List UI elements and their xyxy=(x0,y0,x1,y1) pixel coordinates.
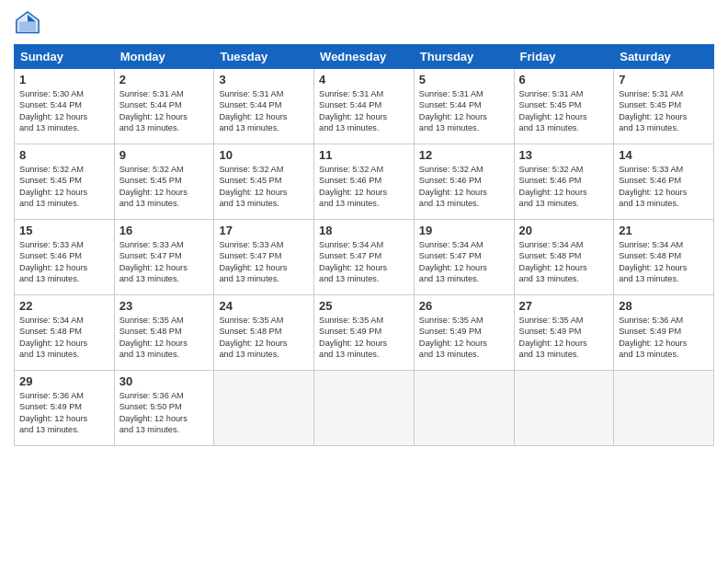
cell-text: Sunrise: 5:30 AMSunset: 5:44 PMDaylight:… xyxy=(19,88,109,134)
cell-text: Sunrise: 5:35 AMSunset: 5:48 PMDaylight:… xyxy=(219,315,309,361)
day-number: 2 xyxy=(119,73,210,86)
calendar-table: Sunday Monday Tuesday Wednesday Thursday… xyxy=(14,44,714,446)
table-row: 8Sunrise: 5:32 AMSunset: 5:45 PMDaylight… xyxy=(15,144,714,220)
table-cell xyxy=(514,371,614,446)
table-cell: 21Sunrise: 5:34 AMSunset: 5:48 PMDayligh… xyxy=(614,220,714,295)
cell-text: Sunrise: 5:35 AMSunset: 5:49 PMDaylight:… xyxy=(419,315,509,361)
day-number: 25 xyxy=(319,299,409,313)
table-cell: 30Sunrise: 5:36 AMSunset: 5:50 PMDayligh… xyxy=(114,371,214,446)
table-cell: 5Sunrise: 5:31 AMSunset: 5:44 PMDaylight… xyxy=(414,69,514,144)
table-cell: 18Sunrise: 5:34 AMSunset: 5:47 PMDayligh… xyxy=(314,220,415,295)
day-number: 9 xyxy=(119,148,210,162)
day-number: 4 xyxy=(319,73,409,86)
day-number: 5 xyxy=(419,73,509,86)
table-cell: 23Sunrise: 5:35 AMSunset: 5:48 PMDayligh… xyxy=(114,295,214,371)
day-number: 30 xyxy=(119,374,210,388)
table-cell: 29Sunrise: 5:36 AMSunset: 5:49 PMDayligh… xyxy=(15,371,115,446)
logo xyxy=(14,9,45,37)
cell-text: Sunrise: 5:35 AMSunset: 5:49 PMDaylight:… xyxy=(519,315,609,361)
cell-text: Sunrise: 5:36 AMSunset: 5:50 PMDaylight:… xyxy=(119,390,210,436)
table-cell: 14Sunrise: 5:33 AMSunset: 5:46 PMDayligh… xyxy=(614,144,714,220)
col-friday: Friday xyxy=(514,45,614,69)
cell-text: Sunrise: 5:32 AMSunset: 5:45 PMDaylight:… xyxy=(119,164,210,210)
cell-text: Sunrise: 5:33 AMSunset: 5:47 PMDaylight:… xyxy=(219,239,309,285)
day-number: 16 xyxy=(119,224,210,237)
col-thursday: Thursday xyxy=(414,45,514,69)
day-number: 21 xyxy=(619,224,709,237)
day-number: 8 xyxy=(19,148,109,162)
day-number: 7 xyxy=(619,73,709,86)
cell-text: Sunrise: 5:31 AMSunset: 5:45 PMDaylight:… xyxy=(519,88,609,134)
table-cell: 19Sunrise: 5:34 AMSunset: 5:47 PMDayligh… xyxy=(414,220,514,295)
table-cell: 2Sunrise: 5:31 AMSunset: 5:44 PMDaylight… xyxy=(114,69,214,144)
col-wednesday: Wednesday xyxy=(314,45,415,69)
table-cell xyxy=(614,371,714,446)
table-cell: 10Sunrise: 5:32 AMSunset: 5:45 PMDayligh… xyxy=(214,144,314,220)
cell-text: Sunrise: 5:34 AMSunset: 5:48 PMDaylight:… xyxy=(519,239,609,285)
cell-text: Sunrise: 5:34 AMSunset: 5:48 PMDaylight:… xyxy=(619,239,709,285)
cell-text: Sunrise: 5:31 AMSunset: 5:44 PMDaylight:… xyxy=(319,88,409,134)
svg-rect-3 xyxy=(19,22,36,32)
col-sunday: Sunday xyxy=(15,45,115,69)
header xyxy=(14,9,714,37)
cell-text: Sunrise: 5:32 AMSunset: 5:45 PMDaylight:… xyxy=(19,164,109,210)
day-number: 23 xyxy=(119,299,210,313)
table-cell: 26Sunrise: 5:35 AMSunset: 5:49 PMDayligh… xyxy=(414,295,514,371)
table-cell: 4Sunrise: 5:31 AMSunset: 5:44 PMDaylight… xyxy=(314,69,415,144)
table-cell: 1Sunrise: 5:30 AMSunset: 5:44 PMDaylight… xyxy=(15,69,115,144)
table-cell: 7Sunrise: 5:31 AMSunset: 5:45 PMDaylight… xyxy=(614,69,714,144)
cell-text: Sunrise: 5:31 AMSunset: 5:44 PMDaylight:… xyxy=(119,88,210,134)
cell-text: Sunrise: 5:36 AMSunset: 5:49 PMDaylight:… xyxy=(19,390,109,436)
cell-text: Sunrise: 5:33 AMSunset: 5:46 PMDaylight:… xyxy=(619,164,709,210)
cell-text: Sunrise: 5:31 AMSunset: 5:44 PMDaylight:… xyxy=(219,88,309,134)
table-cell: 25Sunrise: 5:35 AMSunset: 5:49 PMDayligh… xyxy=(314,295,415,371)
table-cell: 16Sunrise: 5:33 AMSunset: 5:47 PMDayligh… xyxy=(114,220,214,295)
table-cell xyxy=(314,371,415,446)
logo-icon xyxy=(14,9,41,37)
cell-text: Sunrise: 5:34 AMSunset: 5:47 PMDaylight:… xyxy=(419,239,509,285)
day-number: 19 xyxy=(419,224,509,237)
cell-text: Sunrise: 5:34 AMSunset: 5:47 PMDaylight:… xyxy=(319,239,409,285)
table-cell: 28Sunrise: 5:36 AMSunset: 5:49 PMDayligh… xyxy=(614,295,714,371)
day-number: 28 xyxy=(619,299,709,313)
table-cell: 9Sunrise: 5:32 AMSunset: 5:45 PMDaylight… xyxy=(114,144,214,220)
table-row: 22Sunrise: 5:34 AMSunset: 5:48 PMDayligh… xyxy=(15,295,714,371)
day-number: 13 xyxy=(519,148,609,162)
day-number: 3 xyxy=(219,73,309,86)
day-number: 17 xyxy=(219,224,309,237)
day-number: 29 xyxy=(19,374,109,388)
calendar-header-row: Sunday Monday Tuesday Wednesday Thursday… xyxy=(15,45,714,69)
table-cell: 3Sunrise: 5:31 AMSunset: 5:44 PMDaylight… xyxy=(214,69,314,144)
day-number: 20 xyxy=(519,224,609,237)
day-number: 14 xyxy=(619,148,709,162)
cell-text: Sunrise: 5:33 AMSunset: 5:46 PMDaylight:… xyxy=(19,239,109,285)
cell-text: Sunrise: 5:32 AMSunset: 5:46 PMDaylight:… xyxy=(519,164,609,210)
day-number: 22 xyxy=(19,299,109,313)
table-row: 29Sunrise: 5:36 AMSunset: 5:49 PMDayligh… xyxy=(15,371,714,446)
day-number: 10 xyxy=(219,148,309,162)
cell-text: Sunrise: 5:33 AMSunset: 5:47 PMDaylight:… xyxy=(119,239,210,285)
day-number: 27 xyxy=(519,299,609,313)
cell-text: Sunrise: 5:31 AMSunset: 5:44 PMDaylight:… xyxy=(419,88,509,134)
cell-text: Sunrise: 5:32 AMSunset: 5:45 PMDaylight:… xyxy=(219,164,309,210)
cell-text: Sunrise: 5:31 AMSunset: 5:45 PMDaylight:… xyxy=(619,88,709,134)
cell-text: Sunrise: 5:32 AMSunset: 5:46 PMDaylight:… xyxy=(319,164,409,210)
table-cell: 15Sunrise: 5:33 AMSunset: 5:46 PMDayligh… xyxy=(15,220,115,295)
cell-text: Sunrise: 5:35 AMSunset: 5:49 PMDaylight:… xyxy=(319,315,409,361)
table-cell: 22Sunrise: 5:34 AMSunset: 5:48 PMDayligh… xyxy=(15,295,115,371)
col-monday: Monday xyxy=(114,45,214,69)
table-cell xyxy=(414,371,514,446)
day-number: 24 xyxy=(219,299,309,313)
day-number: 15 xyxy=(19,224,109,237)
table-row: 15Sunrise: 5:33 AMSunset: 5:46 PMDayligh… xyxy=(15,220,714,295)
day-number: 11 xyxy=(319,148,409,162)
table-cell: 17Sunrise: 5:33 AMSunset: 5:47 PMDayligh… xyxy=(214,220,314,295)
col-tuesday: Tuesday xyxy=(214,45,314,69)
table-cell xyxy=(214,371,314,446)
table-cell: 24Sunrise: 5:35 AMSunset: 5:48 PMDayligh… xyxy=(214,295,314,371)
table-cell: 11Sunrise: 5:32 AMSunset: 5:46 PMDayligh… xyxy=(314,144,415,220)
table-cell: 13Sunrise: 5:32 AMSunset: 5:46 PMDayligh… xyxy=(514,144,614,220)
table-cell: 8Sunrise: 5:32 AMSunset: 5:45 PMDaylight… xyxy=(15,144,115,220)
cell-text: Sunrise: 5:34 AMSunset: 5:48 PMDaylight:… xyxy=(19,315,109,361)
cell-text: Sunrise: 5:36 AMSunset: 5:49 PMDaylight:… xyxy=(619,315,709,361)
